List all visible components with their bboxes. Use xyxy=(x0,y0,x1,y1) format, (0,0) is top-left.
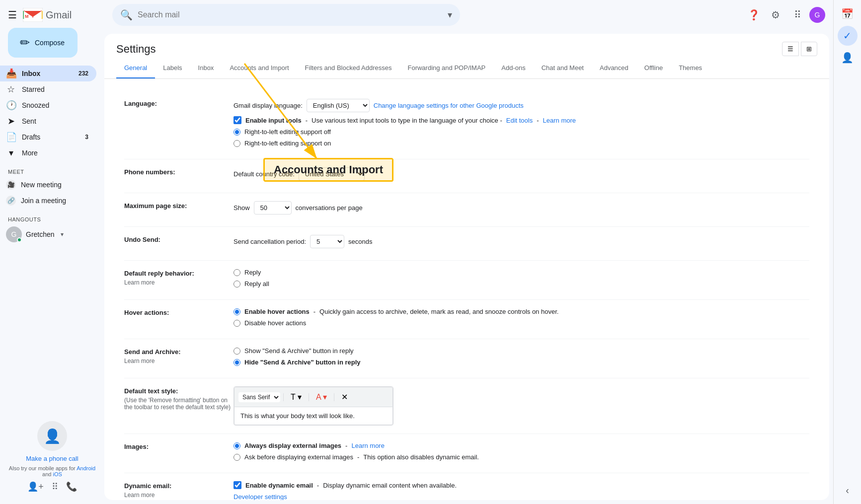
settings-icon[interactable]: ⚙ xyxy=(766,5,785,25)
tab-offline[interactable]: Offline xyxy=(636,58,671,79)
sidebar-item-inbox[interactable]: 📥 Inbox 232 xyxy=(0,66,96,81)
google-tasks-icon[interactable]: ✓ xyxy=(838,26,858,46)
tab-filters[interactable]: Filters and Blocked Addresses xyxy=(297,58,400,79)
apps-icon[interactable]: ⠿ xyxy=(787,5,807,25)
reply-learn-more-link[interactable]: Learn more xyxy=(124,279,155,286)
sent-icon: ➤ xyxy=(6,116,16,127)
make-phone-call-link[interactable]: Make a phone call xyxy=(6,455,98,462)
sidebar-item-label: Drafts xyxy=(22,133,40,141)
sidebar-item-sent[interactable]: ➤ Sent xyxy=(0,113,96,129)
send-archive-label: Send and Archive: Learn more xyxy=(124,347,234,364)
input-tools-desc: Use various text input tools to type in … xyxy=(312,117,502,124)
compose-button[interactable]: ✏ Compose xyxy=(8,28,78,58)
dynamic-learn-more-link[interactable]: Learn more xyxy=(124,492,155,499)
reply-all-radio[interactable] xyxy=(234,281,240,288)
ios-link[interactable]: iOS xyxy=(53,471,62,477)
images-dash: - xyxy=(345,442,347,449)
new-meeting-item[interactable]: 🎥 New meeting xyxy=(0,177,96,193)
hide-archive-radio[interactable] xyxy=(234,359,240,366)
compose-plus-icon: ✏ xyxy=(20,36,30,50)
tab-chat[interactable]: Chat and Meet xyxy=(534,58,592,79)
font-select[interactable]: Sans Serif xyxy=(238,392,280,402)
learn-more-link-lang[interactable]: Learn more xyxy=(543,117,576,124)
meet-section-label: Meet xyxy=(0,165,104,177)
right-sidebar-expand-icon[interactable]: ‹ xyxy=(838,480,858,500)
main-area: 🔍 ▾ ❓ ⚙ ⠿ G Settings ☰ ⊞ General xyxy=(104,0,833,504)
always-images-radio[interactable] xyxy=(234,442,240,449)
dash2: - xyxy=(537,117,539,124)
page-size-select[interactable]: 50 25 100 xyxy=(254,201,292,215)
search-bar[interactable]: 🔍 ▾ xyxy=(112,4,460,26)
phone-call-icon[interactable]: 📞 xyxy=(66,481,77,492)
tab-labels[interactable]: Labels xyxy=(155,58,190,79)
join-meeting-item[interactable]: 🔗 Join a meeting xyxy=(0,193,96,209)
search-dropdown-icon[interactable]: ▾ xyxy=(448,9,452,20)
add-contact-icon[interactable]: 👤+ xyxy=(27,481,44,492)
undo-send-label: Undo Send: xyxy=(124,235,234,243)
new-meeting-label: New meeting xyxy=(21,181,62,189)
profile-avatar[interactable]: G xyxy=(809,7,825,23)
hover-desc: Quickly gain access to archive, delete, … xyxy=(319,308,558,315)
tab-general[interactable]: General xyxy=(116,58,155,79)
google-contacts-icon[interactable]: 👤 xyxy=(838,48,858,68)
sidebar-item-drafts[interactable]: 📄 Drafts 3 xyxy=(0,129,96,145)
text-size-button[interactable]: T ▾ xyxy=(287,390,306,404)
images-learn-more-link[interactable]: Learn more xyxy=(351,442,384,449)
tab-addons[interactable]: Add-ons xyxy=(493,58,533,79)
rtl-on-label: Right-to-left editing support on xyxy=(244,140,331,147)
sidebar-item-more[interactable]: ▾ More xyxy=(0,145,96,161)
send-archive-learn-more[interactable]: Learn more xyxy=(124,358,155,364)
join-meeting-label: Join a meeting xyxy=(21,197,66,205)
hamburger-icon[interactable]: ☰ xyxy=(8,9,17,21)
search-input[interactable] xyxy=(138,10,443,19)
rtl-off-label: Right-to-left editing support off xyxy=(244,128,331,136)
enable-dynamic-label: Enable dynamic email xyxy=(245,482,313,489)
reply-all-row: Reply all xyxy=(234,280,809,288)
sidebar-item-snoozed[interactable]: 🕐 Snoozed xyxy=(0,97,96,113)
reply-radio[interactable] xyxy=(234,269,240,276)
font-color-button[interactable]: A ▾ xyxy=(312,390,331,404)
tab-themes[interactable]: Themes xyxy=(671,58,710,79)
country-code-select[interactable]: United States xyxy=(299,167,365,181)
tab-accounts[interactable]: Accounts and Import xyxy=(222,58,297,79)
cancellation-select[interactable]: 5 10 20 30 xyxy=(310,235,344,248)
remove-format-button[interactable]: ✕ xyxy=(337,390,352,404)
language-select-label: Gmail display language: xyxy=(234,102,303,109)
tab-advanced[interactable]: Advanced xyxy=(592,58,636,79)
sidebar-item-starred[interactable]: ☆ Starred xyxy=(0,81,96,97)
rtl-on-radio[interactable] xyxy=(234,140,240,147)
phone-avatar: 👤 xyxy=(37,421,67,451)
ask-images-row: Ask before displaying external images - … xyxy=(234,453,809,461)
tab-inbox[interactable]: Inbox xyxy=(190,58,222,79)
show-archive-radio[interactable] xyxy=(234,348,240,355)
hover-label: Hover actions: xyxy=(124,308,234,316)
card-view-button[interactable]: ⊞ xyxy=(801,42,817,56)
developer-settings-link[interactable]: Developer settings xyxy=(234,493,287,500)
dynamic-value: Enable dynamic email - Display dynamic e… xyxy=(234,481,809,500)
input-tools-checkbox[interactable] xyxy=(234,116,241,124)
compact-view-button[interactable]: ☰ xyxy=(782,42,799,56)
language-select[interactable]: English (US) xyxy=(307,99,370,112)
rtl-off-radio[interactable] xyxy=(234,129,240,136)
country-code-row: Default country code: United States xyxy=(234,167,809,181)
search-icon: 🔍 xyxy=(120,9,133,21)
android-link[interactable]: Android xyxy=(77,465,95,471)
page-size-value: Show 50 25 100 conversations per page xyxy=(234,201,809,218)
edit-tools-link[interactable]: Edit tools xyxy=(506,117,533,124)
hide-archive-label: Hide "Send & Archive" button in reply xyxy=(244,359,361,366)
language-value: Gmail display language: English (US) Cha… xyxy=(234,99,809,151)
reply-label: Default reply behavior: Learn more xyxy=(124,269,234,286)
hangouts-label: Hangouts xyxy=(0,213,104,224)
ask-images-radio[interactable] xyxy=(234,454,240,461)
hover-disable-radio[interactable] xyxy=(234,320,240,327)
google-calendar-icon[interactable]: 📅 xyxy=(838,4,858,24)
change-language-link[interactable]: Change language settings for other Googl… xyxy=(374,102,524,109)
keypad-icon[interactable]: ⠿ xyxy=(52,481,58,492)
tab-forwarding[interactable]: Forwarding and POP/IMAP xyxy=(399,58,493,79)
help-icon[interactable]: ❓ xyxy=(744,5,764,25)
hover-enable-radio[interactable] xyxy=(234,308,240,315)
enable-dynamic-row: Enable dynamic email - Display dynamic e… xyxy=(234,481,809,489)
text-style-sublabel: (Use the 'Remove formatting' button on t… xyxy=(124,397,234,411)
hangouts-user-item[interactable]: G Gretchen ▾ xyxy=(0,224,104,244)
dynamic-email-checkbox[interactable] xyxy=(234,481,241,489)
